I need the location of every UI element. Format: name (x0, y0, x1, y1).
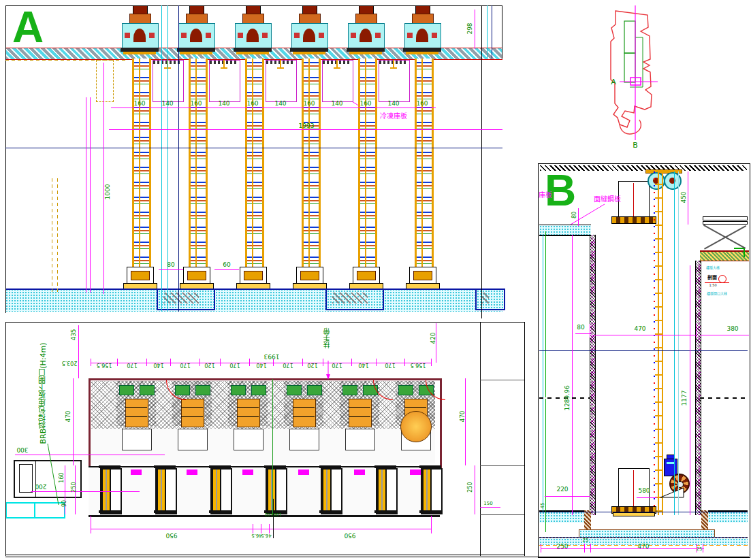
dim-label: 170 (332, 362, 342, 367)
line (103, 63, 104, 294)
insulated-panel-right (695, 261, 701, 515)
line (539, 350, 748, 351)
core-line (349, 407, 370, 408)
dim-label: 45 (541, 503, 545, 509)
pit-wall-right (701, 510, 708, 531)
machine-rail (189, 59, 208, 267)
plan-badge (410, 470, 421, 475)
machine-base-block (300, 271, 319, 280)
dim-label: 200 (35, 483, 46, 489)
line (5, 5, 502, 6)
dim-label: 140 (274, 101, 286, 107)
head-base-plate (180, 52, 212, 54)
dim-label: 160 (303, 101, 315, 107)
panel-joint-assembly (210, 468, 232, 514)
dim-label: 450 (681, 191, 687, 203)
line (5, 322, 6, 556)
dim-label: 160 (246, 101, 258, 107)
dim-label: 156.5 (96, 362, 112, 367)
plan-green-unit (287, 385, 302, 395)
dim-label: 220 (556, 487, 568, 493)
ceiling-pocket (266, 60, 297, 102)
pit (475, 289, 505, 310)
dim-label: 140 (153, 362, 163, 367)
ceiling-pocket (153, 60, 184, 102)
line (161, 5, 162, 312)
machine-head-arch (416, 29, 428, 42)
head-base-plate (123, 52, 156, 54)
plan-machine-lower (122, 429, 152, 450)
dim-label: 435 (71, 329, 77, 340)
dim-label: 298 (467, 22, 473, 34)
dim-tick (220, 359, 221, 366)
dim-label: 1993 (299, 123, 315, 129)
line (480, 507, 500, 508)
line (73, 378, 74, 465)
machine-base-block (357, 271, 376, 280)
dim-label: 120 (307, 362, 317, 367)
line (57, 178, 58, 293)
dim-label: 140 (218, 101, 229, 107)
pit-wall-left (584, 510, 591, 531)
line (480, 322, 481, 556)
dim-label: 160 (359, 101, 371, 107)
core-line (293, 407, 315, 408)
core-line (125, 416, 147, 417)
upper-floor-slab (539, 225, 591, 236)
detail-mark-line (705, 282, 729, 283)
dim-label: 1993 (264, 353, 280, 359)
dim-tick (146, 359, 147, 366)
plan-center-note: 1993.02 (265, 512, 282, 516)
core-line (404, 407, 426, 408)
dim-label: 203.5 (62, 360, 78, 365)
line (109, 129, 502, 130)
carriage-centerline (633, 183, 634, 217)
dim-tick (376, 359, 377, 366)
dim-tick (351, 359, 352, 366)
dim-label: 1289.96 (564, 385, 571, 410)
head-detail (149, 33, 155, 38)
core-line (293, 416, 315, 417)
line (86, 97, 86, 293)
dim-label: 25 (583, 538, 589, 543)
rail-center (308, 59, 310, 267)
plan-green-unit (251, 385, 266, 395)
dim-label: 250 (71, 482, 77, 492)
plan-badge (131, 470, 142, 475)
assembly-cap (319, 510, 341, 513)
machine-base-block (187, 271, 206, 280)
head-detail (125, 33, 130, 38)
plan-machine-lower (345, 429, 375, 450)
plan-machine-core (125, 399, 148, 427)
line (178, 5, 179, 312)
plan-machine-lower (234, 429, 263, 450)
dim-label: 1000 (105, 184, 111, 200)
ceiling-pocket-left (96, 60, 114, 102)
dim-label: 160 (190, 101, 202, 107)
dim-tick (117, 359, 118, 366)
line (700, 335, 749, 335)
plan-machine-core (181, 399, 204, 427)
panel-joint-assembly (376, 468, 398, 514)
plan-green-unit (119, 385, 134, 395)
dim-label: 170 (127, 362, 137, 367)
section-note: 剖面 (707, 276, 717, 280)
line (524, 322, 525, 556)
line (637, 497, 657, 498)
dim-label: 156.5 (410, 362, 426, 367)
plan-green-unit (195, 385, 210, 395)
dim-label: 300 (16, 446, 28, 452)
dim-label: 140 (161, 101, 173, 107)
head-base-plate (349, 52, 382, 54)
dim-tick (584, 544, 585, 553)
key-core-1 (624, 21, 635, 53)
ceiling-pocket (209, 60, 240, 102)
dim-label: 160 (416, 101, 428, 107)
plan-badge (354, 470, 365, 475)
view-a-title: A (12, 5, 44, 49)
chain-line (654, 171, 655, 515)
line (475, 465, 475, 514)
line (480, 514, 524, 515)
building-outline (611, 11, 652, 127)
key-plan (586, 0, 694, 157)
